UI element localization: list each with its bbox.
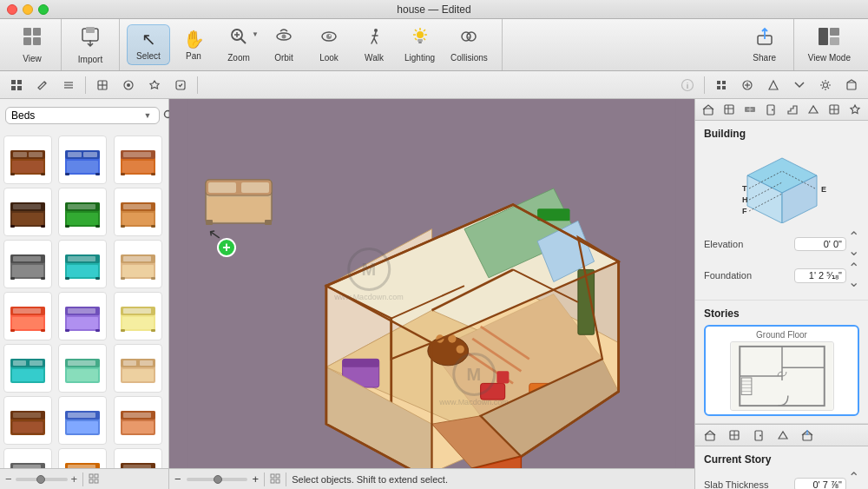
svg-rect-99 bbox=[65, 277, 69, 280]
sec-grid-button[interactable] bbox=[4, 74, 29, 96]
maximize-button[interactable] bbox=[38, 4, 49, 15]
elevation-value[interactable]: 0' 0" bbox=[794, 237, 846, 251]
viewmode-icon bbox=[818, 27, 840, 51]
zoom-out-button[interactable]: − bbox=[5, 472, 12, 486]
st-btn1[interactable] bbox=[699, 425, 721, 446]
sec-btn4[interactable] bbox=[90, 74, 115, 96]
svg-rect-123 bbox=[121, 329, 125, 332]
zoom-slider[interactable] bbox=[16, 478, 68, 481]
import-button[interactable]: Import bbox=[69, 22, 112, 68]
select-button[interactable]: ↖ Select bbox=[127, 24, 170, 65]
list-item[interactable] bbox=[58, 344, 107, 393]
sec-box-button[interactable] bbox=[839, 74, 864, 96]
sec-separator-1 bbox=[85, 76, 86, 94]
rt-wall-button[interactable] bbox=[740, 99, 760, 120]
list-item[interactable] bbox=[114, 344, 162, 393]
stories-toolbar bbox=[695, 424, 868, 446]
list-item[interactable] bbox=[114, 448, 162, 468]
list-item[interactable] bbox=[58, 240, 107, 288]
list-item[interactable] bbox=[58, 448, 107, 468]
sec-rt-btn4[interactable] bbox=[787, 74, 812, 96]
zoom-handle[interactable] bbox=[36, 475, 45, 484]
view-button[interactable]: View bbox=[10, 23, 54, 67]
rt-special-button[interactable] bbox=[845, 99, 865, 120]
list-item[interactable] bbox=[114, 240, 162, 288]
foundation-value[interactable]: 1' 2 ⁵⁄₁₈" bbox=[794, 268, 846, 283]
search-dropdown-icon[interactable]: ▼ bbox=[141, 109, 154, 122]
sec-gear-button[interactable] bbox=[813, 74, 838, 96]
elevation-stepper[interactable]: ⌃⌄ bbox=[848, 230, 859, 258]
sec-rt-btn3[interactable] bbox=[761, 74, 786, 96]
slab-stepper[interactable]: ⌃⌄ bbox=[848, 471, 859, 489]
look-label: Look bbox=[319, 53, 339, 63]
svg-rect-104 bbox=[122, 265, 154, 277]
minimize-button[interactable] bbox=[23, 4, 33, 15]
search-input[interactable] bbox=[11, 109, 141, 122]
canvas-area[interactable]: ↖ + M www.Macdown.com M www.Macdown.com … bbox=[169, 99, 694, 489]
add-object-button[interactable]: + bbox=[217, 238, 236, 257]
look-button[interactable]: Look bbox=[307, 23, 351, 66]
canvas-zoom-slider[interactable] bbox=[187, 478, 247, 481]
main-content: ▼ bbox=[0, 99, 868, 489]
sec-rt-btn2[interactable] bbox=[735, 74, 760, 96]
sec-list-button[interactable] bbox=[56, 74, 81, 96]
zoom-controls: − + bbox=[5, 472, 77, 486]
list-item[interactable] bbox=[114, 135, 162, 184]
st-btn5[interactable] bbox=[796, 425, 819, 446]
svg-rect-0 bbox=[23, 28, 31, 36]
list-item[interactable] bbox=[114, 188, 162, 236]
sec-btn5[interactable] bbox=[116, 74, 141, 96]
rt-settings-button[interactable] bbox=[720, 99, 739, 120]
sec-info-button[interactable]: i bbox=[675, 74, 700, 96]
zoom-in-button[interactable]: + bbox=[71, 472, 78, 486]
st-btn3[interactable] bbox=[747, 425, 770, 446]
list-item[interactable] bbox=[3, 344, 52, 393]
slab-thickness-row: Slab Thickness 0' 7 ⅞" ⌃⌄ bbox=[704, 471, 859, 489]
list-item[interactable] bbox=[58, 396, 107, 445]
list-item[interactable] bbox=[3, 396, 52, 445]
sec-btn7[interactable] bbox=[168, 74, 193, 96]
rt-door-button[interactable] bbox=[761, 99, 780, 120]
list-item[interactable] bbox=[114, 292, 162, 340]
st-btn2[interactable] bbox=[723, 425, 746, 446]
share-label: Share bbox=[753, 53, 776, 63]
svg-rect-166 bbox=[95, 479, 98, 483]
foundation-stepper[interactable]: ⌃⌄ bbox=[848, 261, 859, 289]
share-button[interactable]: Share bbox=[743, 23, 786, 66]
sec-btn6[interactable] bbox=[142, 74, 167, 96]
collisions-button[interactable]: Collisions bbox=[444, 23, 495, 66]
rt-stairs-button[interactable] bbox=[783, 99, 802, 120]
rt-home-button[interactable] bbox=[699, 99, 718, 120]
zoom-button[interactable]: Zoom ▼ bbox=[217, 23, 260, 66]
list-item[interactable] bbox=[58, 292, 107, 340]
list-item[interactable] bbox=[3, 188, 52, 236]
orbit-button[interactable]: Orbit bbox=[262, 23, 306, 66]
zoom-out-icon[interactable]: − bbox=[174, 472, 181, 486]
pan-button[interactable]: ✋ Pan bbox=[172, 25, 215, 64]
walk-button[interactable]: Walk bbox=[352, 23, 396, 66]
list-item[interactable] bbox=[3, 240, 52, 288]
lighting-button[interactable]: Lighting bbox=[398, 23, 442, 66]
list-item[interactable] bbox=[58, 188, 107, 236]
rt-window-button[interactable] bbox=[825, 99, 844, 120]
sec-rt-btn1[interactable] bbox=[709, 74, 733, 96]
close-button[interactable] bbox=[7, 4, 17, 15]
svg-rect-138 bbox=[140, 360, 153, 366]
canvas-zoom-handle[interactable] bbox=[214, 475, 222, 484]
list-item[interactable] bbox=[3, 292, 52, 340]
st-btn4[interactable] bbox=[772, 425, 794, 446]
zoom-in-icon[interactable]: + bbox=[253, 472, 260, 486]
list-item[interactable] bbox=[3, 135, 52, 184]
story-card[interactable]: Ground Floor bbox=[704, 325, 859, 416]
sec-edit-button[interactable] bbox=[30, 74, 55, 96]
slab-value[interactable]: 0' 7 ⅞" bbox=[794, 478, 846, 489]
list-item[interactable] bbox=[114, 396, 162, 445]
floating-bed bbox=[204, 169, 273, 229]
rt-roof-button[interactable] bbox=[804, 99, 823, 120]
search-input-wrapper[interactable]: ▼ bbox=[5, 107, 160, 124]
svg-rect-91 bbox=[13, 256, 41, 261]
viewmode-button[interactable]: View Mode bbox=[801, 23, 858, 66]
list-item[interactable] bbox=[3, 448, 52, 468]
svg-rect-27 bbox=[11, 86, 16, 90]
list-item[interactable] bbox=[58, 135, 107, 184]
